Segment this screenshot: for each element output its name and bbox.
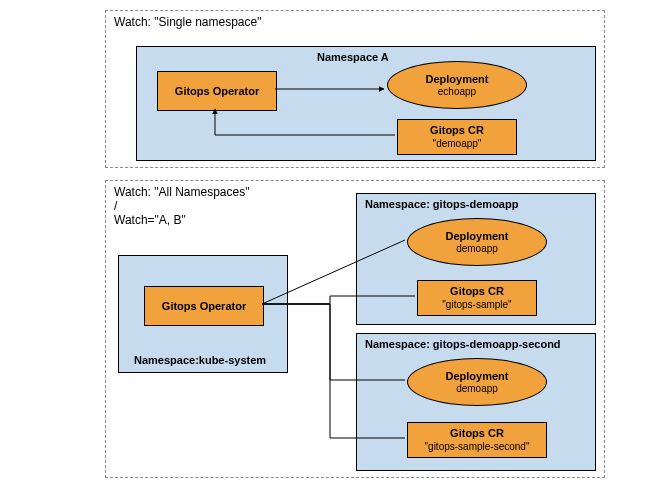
cr-gitops-sample-second: Gitops CR "gitops-sample-second" bbox=[407, 422, 547, 458]
namespace-demoapp-second-label: Namespace: gitops-demoapp-second bbox=[365, 338, 561, 350]
cr-gitops-sample-second-name: "gitops-sample-second" bbox=[425, 441, 530, 453]
operator-kube-system: Gitops Operator bbox=[144, 286, 264, 326]
cr-demoapp-name: "demoapp" bbox=[433, 138, 482, 150]
deployment-demoapp-2-name: demoapp bbox=[456, 383, 498, 394]
namespace-kube-system-box: Gitops Operator Namespace:kube-system bbox=[118, 255, 288, 373]
deployment-demoapp-1-title: Deployment bbox=[446, 230, 509, 242]
namespace-demoapp-second-box: Namespace: gitops-demoapp-second Deploym… bbox=[356, 333, 596, 471]
deployment-echoapp: Deployment echoapp bbox=[387, 61, 527, 109]
cr-gitops-sample: Gitops CR "gitops-sample" bbox=[417, 280, 537, 316]
cr-gitops-sample-title: Gitops CR bbox=[450, 285, 504, 298]
deployment-echoapp-title: Deployment bbox=[426, 73, 489, 85]
cr-demoapp-title: Gitops CR bbox=[430, 124, 484, 137]
operator-a: Gitops Operator bbox=[157, 71, 277, 111]
cr-gitops-sample-second-title: Gitops CR bbox=[450, 427, 504, 440]
namespace-a-label: Namespace A bbox=[317, 51, 389, 63]
deployment-demoapp-1-name: demoapp bbox=[456, 243, 498, 254]
panel-single-namespace: Watch: "Single namespace" Namespace A Gi… bbox=[105, 10, 605, 168]
cr-demoapp: Gitops CR "demoapp" bbox=[397, 119, 517, 155]
deployment-demoapp-2: Deployment demoapp bbox=[407, 358, 547, 406]
panel-multi-title: Watch: "All Namespaces" / Watch="A, B" bbox=[114, 185, 249, 227]
panel-multi-namespace: Watch: "All Namespaces" / Watch="A, B" G… bbox=[105, 180, 605, 478]
deployment-echoapp-name: echoapp bbox=[438, 86, 476, 97]
namespace-a-box: Namespace A Gitops Operator Deployment e… bbox=[136, 46, 596, 161]
namespace-kube-system-label: Namespace:kube-system bbox=[134, 354, 266, 366]
diagram-stage: Watch: "Single namespace" Namespace A Gi… bbox=[0, 0, 653, 502]
namespace-demoapp-box: Namespace: gitops-demoapp Deployment dem… bbox=[356, 193, 596, 325]
namespace-demoapp-label: Namespace: gitops-demoapp bbox=[365, 198, 518, 210]
deployment-demoapp-1: Deployment demoapp bbox=[407, 218, 547, 266]
panel-single-title: Watch: "Single namespace" bbox=[114, 15, 261, 29]
deployment-demoapp-2-title: Deployment bbox=[446, 370, 509, 382]
cr-gitops-sample-name: "gitops-sample" bbox=[442, 299, 511, 311]
